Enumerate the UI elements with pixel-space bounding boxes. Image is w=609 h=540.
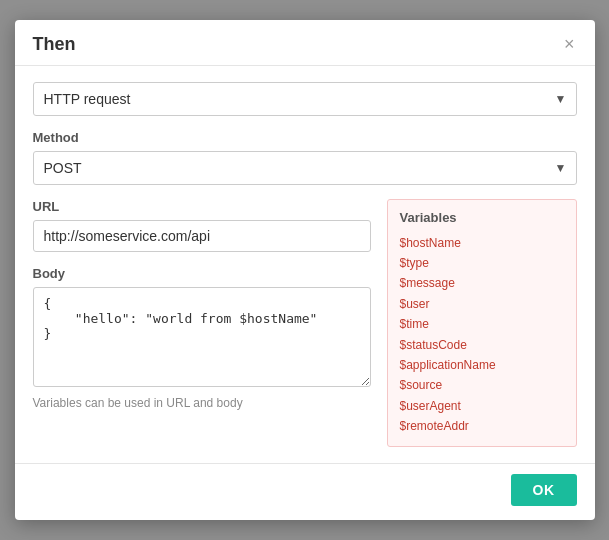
variables-list: $hostName$type$message$user$time$statusC… (400, 233, 564, 437)
url-label: URL (33, 199, 371, 214)
ok-button[interactable]: OK (511, 474, 577, 506)
body-textarea[interactable]: { "hello": "world from $hostName" } (33, 287, 371, 387)
variable-item: $userAgent (400, 396, 564, 416)
variable-item: $user (400, 294, 564, 314)
body-label: Body (33, 266, 371, 281)
variable-item: $hostName (400, 233, 564, 253)
modal-header: Then × (15, 20, 595, 66)
action-type-select-wrapper: HTTP request ▼ (33, 82, 577, 116)
variable-item: $statusCode (400, 335, 564, 355)
variable-item: $applicationName (400, 355, 564, 375)
two-column-layout: URL Body { "hello": "world from $hostNam… (33, 199, 577, 448)
modal-overlay: Then × HTTP request ▼ Method GET POST PU… (0, 0, 609, 540)
url-input[interactable] (33, 220, 371, 252)
variables-title: Variables (400, 210, 564, 225)
variable-item: $type (400, 253, 564, 273)
action-type-select[interactable]: HTTP request (33, 82, 577, 116)
close-button[interactable]: × (562, 35, 577, 53)
modal-body: HTTP request ▼ Method GET POST PUT DELET… (15, 66, 595, 464)
modal-footer: OK (15, 463, 595, 520)
variables-box: Variables $hostName$type$message$user$ti… (387, 199, 577, 448)
modal-dialog: Then × HTTP request ▼ Method GET POST PU… (15, 20, 595, 521)
left-column: URL Body { "hello": "world from $hostNam… (33, 199, 371, 448)
right-column: Variables $hostName$type$message$user$ti… (387, 199, 577, 448)
variable-item: $message (400, 273, 564, 293)
variable-item: $remoteAddr (400, 416, 564, 436)
method-select[interactable]: GET POST PUT DELETE (33, 151, 577, 185)
variable-item: $time (400, 314, 564, 334)
method-label: Method (33, 130, 577, 145)
hint-text: Variables can be used in URL and body (33, 396, 371, 410)
variable-item: $source (400, 375, 564, 395)
modal-title: Then (33, 34, 76, 55)
method-select-wrapper: GET POST PUT DELETE ▼ (33, 151, 577, 185)
